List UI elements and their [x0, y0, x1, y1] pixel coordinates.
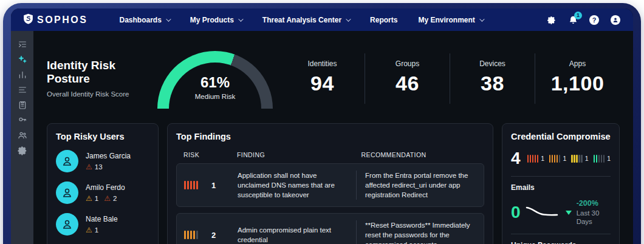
ai-sparkles-icon[interactable]: [18, 55, 27, 64]
divider: [511, 176, 611, 177]
risky-users-list: James Garcia⚠13Amilo Ferdo⚠1⚠2Nate Bale⚠…: [56, 150, 149, 236]
severity-count: 1: [585, 155, 589, 162]
divider: [511, 234, 611, 234]
severity-bars-icon: [594, 155, 605, 163]
finding-row[interactable]: 2Admin compromised plain text credential…: [176, 213, 484, 244]
severity-count: 1: [541, 155, 544, 162]
chevron-down-icon: [346, 16, 351, 21]
top-risky-users-panel: Top Risky Users James Garcia⚠13Amilo Fer…: [47, 123, 159, 244]
emails-sparkline: [526, 205, 558, 220]
collapse-menu-icon[interactable]: [18, 39, 27, 49]
page-subtitle: Overall Identity Risk Score: [47, 90, 157, 98]
app-window: SOPHOS Dashboards My Products Threat Ana…: [11, 8, 633, 244]
top-findings-panel: Top Findings RISK FINDING RECOMMENDATION…: [167, 123, 493, 244]
findings-table-header: RISK FINDING RECOMMENDATION: [176, 151, 484, 158]
risky-user-row[interactable]: Amilo Ferdo⚠1⚠2: [56, 181, 149, 204]
sophos-shield-icon: [23, 13, 33, 27]
risk-badge: ⚠13: [86, 163, 103, 171]
severity-count: 1: [607, 155, 611, 162]
risk-score-label: Medium Risk: [157, 93, 273, 100]
stat-groups: Groups 46: [365, 53, 450, 104]
finding-row[interactable]: 1Application shall not have unclaimed DN…: [176, 163, 484, 207]
unique-passwords-label: Unique Passwords: [511, 241, 611, 244]
severity-bars-icon: [527, 155, 539, 163]
panel-title: Top Findings: [176, 132, 484, 141]
risk-count: 2: [113, 195, 117, 202]
severity-group: 1: [594, 155, 611, 163]
risk-count: 1: [95, 226, 98, 234]
top-nav: SOPHOS Dashboards My Products Threat Ana…: [11, 8, 633, 31]
severity-group: 1: [571, 155, 588, 163]
risky-user-row[interactable]: Nate Bale⚠1: [56, 213, 149, 236]
emails-value: 0: [511, 203, 521, 222]
identity-risk-hero: Identity Risk Posture Overall Identity R…: [47, 33, 620, 123]
warning-triangle-icon: ⚠: [86, 163, 92, 171]
nav-item-threat-analysis-center[interactable]: Threat Analysis Center: [262, 16, 349, 24]
nav-item-my-products[interactable]: My Products: [190, 16, 242, 24]
risk-bars-icon: [184, 181, 198, 189]
severity-bars-icon: [571, 155, 583, 163]
clipboard-icon[interactable]: [18, 100, 27, 110]
recommendation-text: **Reset Passwords** Immediately reset th…: [356, 220, 476, 244]
credential-compromise-panel: Credential Compromise 4 1111 Emails 0: [502, 123, 620, 244]
users-icon[interactable]: [18, 130, 27, 140]
risk-gauge: 61% Medium Risk: [157, 51, 273, 110]
user-name: Nate Bale: [86, 215, 118, 223]
trend-down-icon: [566, 211, 572, 215]
avatar: [56, 213, 78, 236]
bar-chart-icon[interactable]: [18, 70, 27, 80]
warning-triangle-icon: ⚠: [104, 195, 111, 202]
severity-group: 1: [549, 155, 566, 163]
stat-devices: Devices 38: [450, 53, 535, 104]
chevron-down-icon: [166, 16, 171, 21]
finding-text: Admin compromised plain text credential: [238, 225, 356, 244]
panel-title: Top Risky Users: [56, 132, 149, 141]
risk-badge: ⚠1: [86, 195, 98, 202]
main-content: Identity Risk Posture Overall Identity R…: [33, 31, 633, 244]
left-sidebar: [11, 31, 33, 244]
severity-count: 1: [563, 155, 566, 162]
avatar: [56, 150, 78, 172]
nav-item-reports[interactable]: Reports: [370, 16, 397, 24]
help-icon[interactable]: ?: [589, 15, 600, 25]
nav-utility-icons: 1 ?: [546, 15, 621, 25]
finding-number: 2: [211, 231, 216, 240]
settings-icon[interactable]: [18, 146, 27, 155]
finding-text: Application shall not have unclaimed DNS…: [238, 171, 356, 200]
avatar: [56, 181, 78, 204]
account-icon[interactable]: [610, 15, 621, 25]
notification-count-badge: 1: [574, 12, 582, 19]
page-title: Identity Risk Posture: [47, 59, 157, 86]
findings-rows: 1Application shall not have unclaimed DN…: [176, 163, 484, 244]
emails-period: Last 30 Days: [577, 209, 611, 226]
column-recommendation: RECOMMENDATION: [353, 151, 478, 158]
user-name: James Garcia: [86, 152, 131, 160]
severity-bars-icon: [549, 155, 561, 163]
severity-groups: 1111: [527, 155, 611, 163]
stat-identities: Identities 94: [280, 53, 365, 104]
nav-item-dashboards[interactable]: Dashboards: [119, 16, 169, 24]
risk-score-value: 61%: [157, 74, 273, 91]
key-icon[interactable]: [18, 115, 27, 125]
column-risk: RISK: [183, 151, 237, 158]
risk-bars-icon: [184, 231, 198, 239]
sophos-logo-text: SOPHOS: [37, 15, 87, 25]
column-finding: FINDING: [237, 151, 353, 158]
stat-apps: Apps 1,100: [535, 53, 620, 104]
warning-triangle-icon: ⚠: [86, 226, 92, 234]
list-icon[interactable]: [18, 85, 27, 95]
chevron-down-icon: [479, 16, 484, 21]
risk-count: 13: [95, 163, 103, 171]
panel-title: Credential Compromise: [511, 132, 611, 141]
risky-user-row[interactable]: James Garcia⚠13: [56, 150, 149, 172]
settings-gear-icon[interactable]: [546, 15, 557, 25]
nav-item-my-environment[interactable]: My Environment: [418, 16, 482, 24]
sophos-logo[interactable]: SOPHOS: [23, 13, 87, 27]
emails-delta: -200%: [577, 199, 611, 209]
severity-group: 1: [527, 155, 544, 163]
user-name: Amilo Ferdo: [86, 183, 125, 192]
notifications-bell-icon[interactable]: 1: [567, 15, 578, 25]
risk-badge: ⚠2: [104, 195, 117, 202]
emails-label: Emails: [511, 183, 611, 192]
risk-badge: ⚠1: [86, 226, 98, 234]
